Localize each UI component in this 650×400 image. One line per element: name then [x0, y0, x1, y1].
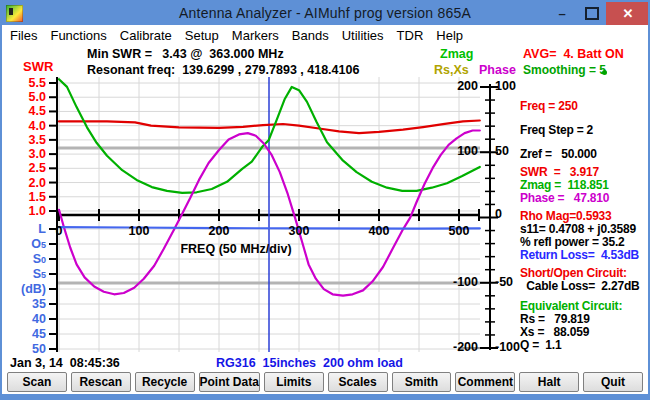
loss-tick-label: 45: [12, 327, 46, 341]
readout-line: Return Loss= 4.53dB: [520, 249, 650, 262]
swr-tick-label: 1.0: [16, 204, 46, 218]
freq-tick-label: 100: [119, 224, 159, 238]
readout-line: Cable Loss= 2.27dB: [520, 280, 650, 293]
readout-panel: Freq = 250Freq Step = 2Zref = 50.000SWR …: [520, 100, 650, 352]
loss-tick-label: 40: [12, 312, 46, 326]
loss-tick-label: O5: [12, 237, 46, 251]
smith-button[interactable]: Smith: [392, 372, 452, 392]
loss-tick-label: 35: [12, 297, 46, 311]
rescan-button[interactable]: Rescan: [71, 372, 131, 392]
loss-tick-label: (dB): [12, 282, 46, 296]
halt-button[interactable]: Halt: [519, 372, 579, 392]
swr-tick-label: 3.5: [16, 133, 46, 147]
app-window: Antenna Analyzer - AIMuhf prog version 8…: [0, 0, 650, 400]
swr-tick-label: 2.0: [16, 176, 46, 190]
swr-tick-label: 5.5: [16, 76, 46, 90]
scales-button[interactable]: Scales: [328, 372, 388, 392]
freq-tick-label: 300: [279, 224, 319, 238]
loss-tick-label: S5: [12, 267, 46, 281]
status-load-note: RG316 15inches 200 ohm load: [216, 356, 403, 370]
zmag-tick-label: -200: [438, 340, 478, 354]
freq-tick-label: 200: [199, 224, 239, 238]
freq-tick-label: 500: [439, 224, 479, 238]
comment-button[interactable]: Comment: [455, 372, 515, 392]
loss-tick-label: 50: [12, 342, 46, 356]
bottom-button-bar: ScanRescanRecyclePoint DataLimitsScalesS…: [2, 372, 648, 392]
swr-tick-label: 4.5: [16, 104, 46, 118]
freq-tick-label: 0: [39, 224, 79, 238]
freq-tick-label: 400: [359, 224, 399, 238]
readout-line: Freq Step = 2: [520, 124, 650, 137]
quit-button[interactable]: Quit: [583, 372, 643, 392]
zmag-tick-label: 100: [438, 144, 478, 158]
phase-tick-label: 100: [495, 79, 535, 93]
status-datetime: Jan 3, 14 08:45:36: [10, 356, 120, 370]
recycle-button[interactable]: Recycle: [135, 372, 195, 392]
zmag-tick-label: 200: [438, 79, 478, 93]
readout-line: Zref = 50.000: [520, 148, 650, 161]
loss-tick-label: S0: [12, 252, 46, 266]
limits-button[interactable]: Limits: [264, 372, 324, 392]
swr-tick-label: 4.0: [16, 119, 46, 133]
point-data-button[interactable]: Point Data: [199, 372, 260, 392]
swr-tick-label: 1.5: [16, 190, 46, 204]
scan-button[interactable]: Scan: [7, 372, 67, 392]
zmag-tick-label: -100: [438, 275, 478, 289]
swr-tick-label: 3.0: [16, 147, 46, 161]
swr-tick-label: 2.5: [16, 161, 46, 175]
readout-line: Freq = 250: [520, 100, 650, 113]
readout-line: Phase = 47.810: [520, 192, 650, 205]
swr-tick-label: 5.0: [16, 90, 46, 104]
readout-line: Q = 1.1: [520, 339, 650, 352]
window-bottom-border: [2, 394, 648, 400]
freq-axis-label: FREQ (50 MHz/div): [156, 242, 316, 256]
